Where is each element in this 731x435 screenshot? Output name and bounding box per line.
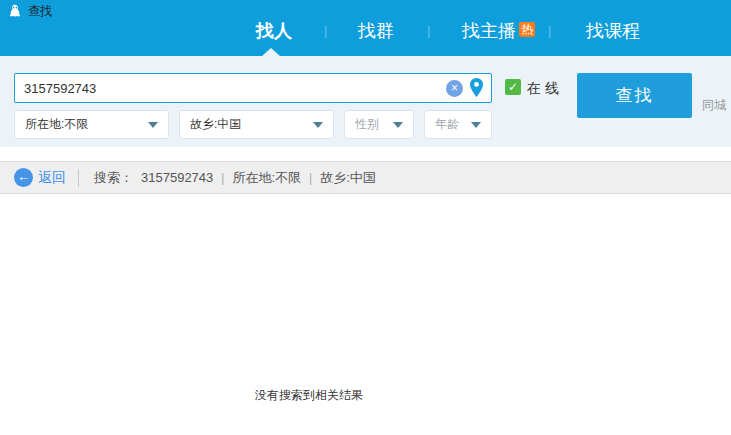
tab-separator: | (427, 23, 430, 38)
find-window: 查找 找人 | 找群 | 找主播热 | 找课程 × ✓ 在 线 查找 同城 所在… (0, 0, 731, 435)
tab-find-people[interactable]: 找人 (256, 19, 292, 43)
chevron-down-icon (313, 122, 323, 128)
gender-dropdown[interactable]: 性别 (344, 110, 414, 139)
chevron-down-icon (471, 122, 481, 128)
window-title-group: 查找 (8, 3, 52, 20)
back-arrow-icon: ← (14, 168, 33, 187)
empty-results-message: 没有搜索到相关结果 (255, 387, 363, 404)
active-tab-notch (262, 48, 280, 56)
search-box: × (14, 73, 492, 103)
location-dropdown[interactable]: 所在地:不限 (14, 110, 169, 139)
chevron-down-icon (393, 122, 403, 128)
age-dropdown-label: 年龄 (425, 116, 471, 133)
search-prefix: 搜索： (94, 169, 133, 187)
breadcrumb-separator: | (309, 171, 312, 185)
back-label: 返回 (38, 169, 66, 187)
tab-separator: | (548, 23, 551, 38)
results-area: 没有搜索到相关结果 (0, 195, 731, 435)
qq-penguin-icon (8, 4, 22, 19)
location-dropdown-label: 所在地:不限 (15, 116, 148, 133)
chevron-down-icon (148, 122, 158, 128)
breadcrumb-filter-location: 所在地:不限 (232, 169, 301, 187)
breadcrumb-query: 3157592743 (141, 170, 213, 185)
breadcrumb: 搜索： 3157592743 | 所在地:不限 | 故乡:中国 (94, 169, 376, 187)
online-checkbox[interactable]: ✓ (505, 79, 521, 95)
tab-find-courses[interactable]: 找课程 (586, 19, 640, 43)
clear-input-icon[interactable]: × (446, 80, 463, 97)
breadcrumb-bar: ← 返回 搜索： 3157592743 | 所在地:不限 | 故乡:中国 (0, 161, 731, 194)
online-label: 在 线 (527, 80, 559, 98)
gender-dropdown-label: 性别 (345, 116, 393, 133)
breadcrumb-filter-hometown: 故乡:中国 (320, 169, 376, 187)
hometown-dropdown-label: 故乡:中国 (180, 116, 313, 133)
breadcrumb-separator: | (221, 171, 224, 185)
search-panel: × ✓ 在 线 查找 同城 所在地:不限 故乡:中国 性别 年龄 (0, 56, 731, 147)
header-bar: 查找 找人 | 找群 | 找主播热 | 找课程 (0, 0, 731, 56)
location-pin-icon[interactable] (469, 78, 484, 98)
window-title: 查找 (28, 3, 52, 20)
divider (78, 169, 79, 187)
search-button[interactable]: 查找 (577, 73, 692, 118)
search-input[interactable] (15, 74, 491, 102)
hot-badge: 热 (519, 22, 535, 37)
back-button[interactable]: ← 返回 (14, 168, 66, 187)
hometown-dropdown[interactable]: 故乡:中国 (179, 110, 334, 139)
tab-find-streamers[interactable]: 找主播热 (462, 19, 535, 43)
tab-separator: | (324, 23, 327, 38)
tab-find-groups[interactable]: 找群 (358, 19, 394, 43)
city-service-text[interactable]: 同城 (702, 97, 726, 114)
tab-find-streamers-label: 找主播 (462, 21, 516, 41)
age-dropdown[interactable]: 年龄 (424, 110, 492, 139)
